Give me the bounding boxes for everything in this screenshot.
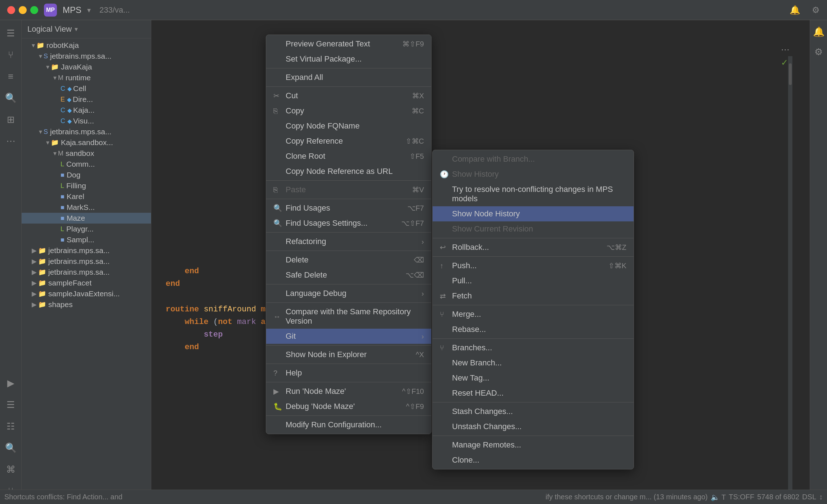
tree-item-robotKaja[interactable]: ▾ 📁 robotKaja <box>22 40 151 51</box>
notification-icon[interactable]: 🔔 <box>790 5 800 15</box>
tree-item-jetbrains2[interactable]: ▾ S jetbrains.mps.sa... <box>22 126 151 137</box>
tree-item-Karel[interactable]: ■ Karel <box>22 191 151 202</box>
menu-item-clone-root[interactable]: Clone Root ⇧F5 <box>266 149 431 164</box>
tree-item-jetbrains1[interactable]: ▾ S jetbrains.mps.sa... <box>22 51 151 62</box>
scrollbar-track[interactable] <box>788 56 792 490</box>
menu-item-compare-with-branch[interactable]: Compare with Branch... <box>433 152 634 167</box>
menu-item-show-history[interactable]: 🕐 Show History <box>433 167 634 182</box>
menu-label: Compare with Branch... <box>452 154 626 164</box>
tree-item-jetbrains3[interactable]: ▶ 📁 jetbrains.mps.sa... <box>22 245 151 256</box>
menu-item-preview-generated-text[interactable]: Preview Generated Text ⌘⇧F9 <box>266 36 431 51</box>
menu-item-copy-reference[interactable]: Copy Reference ⇧⌘C <box>266 134 431 149</box>
notifications-icon[interactable]: 🔔 <box>812 24 826 39</box>
menu-separator <box>266 68 431 68</box>
minimize-button[interactable] <box>19 6 27 14</box>
menu-item-debug-node-maze[interactable]: 🐛 Debug 'Node Maze' ^⇧F9 <box>266 399 431 414</box>
tree-item-sandbox[interactable]: ▾ M sandbox <box>22 148 151 159</box>
tree-item-MarkS[interactable]: ■ MarkS... <box>22 202 151 213</box>
menu-item-copy[interactable]: ⎘ Copy ⌘C <box>266 103 431 118</box>
search-icon[interactable]: 🔍 <box>4 91 18 105</box>
menu-item-show-node-history[interactable]: Show Node History <box>433 206 634 221</box>
tree-item-Sampl[interactable]: ■ Sampl... <box>22 234 151 245</box>
nodes-icon[interactable]: ⊞ <box>4 112 18 127</box>
menu-item-try-resolve[interactable]: Try to resolve non-conflicting changes i… <box>433 182 634 206</box>
menu-item-safe-delete[interactable]: Safe Delete ⌥⌫ <box>266 267 431 283</box>
statusbar-right-text: ify these shortcuts or change m... (13 m… <box>546 493 708 501</box>
tree-item-Dire[interactable]: E ◆ Dire... <box>22 94 151 105</box>
menu-item-stash-changes[interactable]: Stash Changes... <box>433 404 634 419</box>
paste-icon: ⎘ <box>273 186 282 194</box>
tree-item-runtime[interactable]: ▾ M runtime <box>22 72 151 83</box>
menu-item-unstash-changes[interactable]: Unstash Changes... <box>433 419 634 434</box>
menu-item-find-usages-settings[interactable]: 🔍 Find Usages Settings... ⌥⇧F7 <box>266 216 431 231</box>
tree-item-jetbrains4[interactable]: ▶ 📁 jetbrains.mps.sa... <box>22 256 151 267</box>
menu-item-find-usages[interactable]: 🔍 Find Usages ⌥F7 <box>266 201 431 216</box>
menu-item-merge[interactable]: ⑂ Merge... <box>433 307 634 322</box>
menu-item-rebase[interactable]: Rebase... <box>433 322 634 337</box>
menu-item-expand-all[interactable]: Expand All <box>266 70 431 85</box>
bullet-list-icon[interactable]: ☷ <box>4 419 18 433</box>
menu-item-help[interactable]: ? Help <box>266 365 431 381</box>
menu-item-fetch[interactable]: ⇄ Fetch <box>433 288 634 303</box>
submenu-arrow-icon: › <box>421 332 424 341</box>
menu-item-run-node-maze[interactable]: ▶ Run 'Node Maze' ^⇧F10 <box>266 384 431 399</box>
tree-item-Cell[interactable]: C ◆ Cell <box>22 83 151 94</box>
menu-item-compare-same-repo[interactable]: ↔ Compare with the Same Repository Versi… <box>266 304 431 329</box>
statusbar-ts-off: TS:OFF <box>729 493 754 501</box>
more-options-icon[interactable]: ⋯ <box>781 45 790 55</box>
menu-item-git[interactable]: Git › <box>266 329 431 344</box>
tree-arrow-icon: ▾ <box>46 63 49 71</box>
menu-item-language-debug[interactable]: Language Debug › <box>266 286 431 301</box>
run-icon[interactable]: ▶ <box>4 376 18 390</box>
maximize-button[interactable] <box>30 6 38 14</box>
close-button[interactable] <box>7 6 15 14</box>
menu-item-new-tag[interactable]: New Tag... <box>433 370 634 386</box>
menu-item-push[interactable]: ↑ Push... ⇧⌘K <box>433 258 634 273</box>
tree-item-shapes[interactable]: ▶ 📁 shapes <box>22 299 151 310</box>
tree-item-Comm[interactable]: L Comm... <box>22 159 151 170</box>
menu-item-show-node-in-explorer[interactable]: Show Node in Explorer ^X <box>266 347 431 362</box>
tree-item-sampleJava[interactable]: ▶ 📁 sampleJavaExtensi... <box>22 288 151 299</box>
menu-item-manage-remotes[interactable]: Manage Remotes... <box>433 437 634 453</box>
more-icon[interactable]: ⋯ <box>4 134 18 148</box>
terminal-icon[interactable]: ⌘ <box>4 462 18 477</box>
menu-item-copy-node-fqname[interactable]: Copy Node FQName <box>266 118 431 134</box>
menu-item-clone[interactable]: Clone... <box>433 453 634 468</box>
menu-item-reset-head[interactable]: Reset HEAD... <box>433 386 634 401</box>
tree-item-Kaja[interactable]: C ◆ Kaja... <box>22 105 151 116</box>
menu-item-paste[interactable]: ⎘ Paste ⌘V <box>266 182 431 197</box>
menu-item-copy-node-ref-url[interactable]: Copy Node Reference as URL <box>266 164 431 179</box>
folder-icon: 📁 <box>38 290 46 298</box>
structure-icon[interactable]: ≡ <box>4 69 18 84</box>
list-icon[interactable]: ☰ <box>4 397 18 412</box>
tree-item-Dog[interactable]: ■ Dog <box>22 170 151 180</box>
tree-item-Filling[interactable]: L Filling <box>22 180 151 191</box>
menu-item-set-virtual-package[interactable]: Set Virtual Package... <box>266 51 431 67</box>
tree-item-JavaKaja[interactable]: ▾ 📁 JavaKaja <box>22 62 151 72</box>
sidebar-toggle-icon[interactable]: ☰ <box>4 26 18 40</box>
tree-item-Maze[interactable]: ■ Maze <box>22 213 151 224</box>
gear-icon[interactable]: ⚙ <box>812 5 820 15</box>
tree-item-Playgr[interactable]: L Playgr... <box>22 224 151 234</box>
menu-item-delete[interactable]: Delete ⌫ <box>266 252 431 267</box>
tree-item-sampleFacet[interactable]: ▶ 📁 sampleFacet <box>22 278 151 288</box>
menu-label: Try to resolve non-conflicting changes i… <box>452 185 626 203</box>
menu-item-show-current-revision[interactable]: Show Current Revision <box>433 221 634 237</box>
menu-item-refactoring[interactable]: Refactoring › <box>266 234 431 249</box>
menu-item-branches[interactable]: ⑂ Branches... <box>433 340 634 355</box>
menu-item-cut[interactable]: ✂ Cut ⌘X <box>266 88 431 103</box>
tree-item-jetbrains5[interactable]: ▶ 📁 jetbrains.mps.sa... <box>22 267 151 278</box>
menu-item-modify-run-config[interactable]: Modify Run Configuration... <box>266 417 431 432</box>
scrollbar-thumb[interactable] <box>789 63 792 85</box>
menu-item-pull[interactable]: Pull... <box>433 273 634 288</box>
sidebar-chevron-icon[interactable]: ▾ <box>75 25 78 33</box>
menu-separator <box>433 238 634 238</box>
git-branch-icon[interactable]: ⑂ <box>4 48 18 62</box>
menu-item-new-branch[interactable]: New Branch... <box>433 355 634 370</box>
inspect-icon[interactable]: ⚙ <box>812 45 826 59</box>
menu-item-rollback[interactable]: ↩ Rollback... ⌥⌘Z <box>433 240 634 255</box>
search-bottom-icon[interactable]: 🔍 <box>4 441 18 455</box>
tree-item-Kaja-sandbox[interactable]: ▾ 📁 Kaja.sandbox... <box>22 137 151 148</box>
tree-item-Visu[interactable]: C ◆ Visu... <box>22 116 151 126</box>
chevron-down-icon[interactable]: ▾ <box>87 6 91 14</box>
